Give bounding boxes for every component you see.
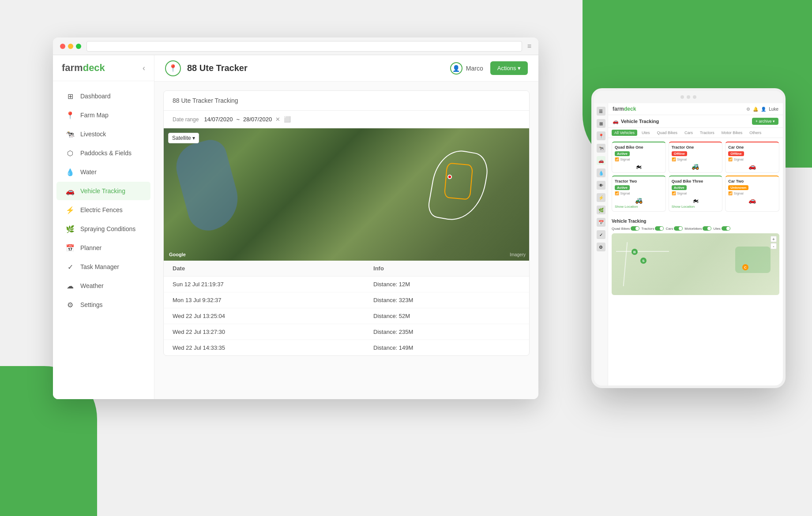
tablet-map-view[interactable]: B S C + - xyxy=(612,233,779,295)
table-row[interactable]: Wed 22 Jul 13:25:04Distance: 52M xyxy=(164,308,529,324)
sidebar-item-label: Water xyxy=(80,168,97,176)
sidebar-item-livestock[interactable]: 🐄 Livestock xyxy=(56,125,150,143)
tablet-vehicle-icon[interactable]: 🚗 xyxy=(597,156,605,165)
tablet-toggle-quad-bikes[interactable]: Quad Bikes xyxy=(612,226,639,231)
browser-window: ≡ farmdeck ‹ ⊞ Dashboard 📍 Farm Map xyxy=(53,37,538,399)
date-value[interactable]: 14/07/2020 ~ 28/07/2020 ✕ ⬜ xyxy=(204,116,291,123)
tablet-logo-deck: deck xyxy=(624,106,636,112)
tablet-actions-button[interactable]: + archive ▾ xyxy=(752,118,778,125)
tablet-toggle-utes[interactable]: Utes xyxy=(713,226,730,231)
tablet-toggle-tractors[interactable]: Tractors xyxy=(641,226,664,231)
tablet-eye-icon[interactable]: 👁 xyxy=(597,181,605,190)
map-google-label: Google xyxy=(169,252,186,257)
tablet-dot-3 xyxy=(693,95,696,99)
farm-map-icon: 📍 xyxy=(65,110,75,120)
vehicle-name: Quad Bike One xyxy=(615,145,663,150)
vehicle-signal: 📶 Signal xyxy=(672,157,720,161)
table-row[interactable]: Sun 12 Jul 21:19:37Distance: 12M xyxy=(164,277,529,292)
sidebar-item-vehicle-tracking[interactable]: 🚗 Vehicle Tracking xyxy=(56,182,150,200)
sidebar-item-settings[interactable]: ⚙ Settings xyxy=(56,295,150,314)
tablet-map-zoom-controls: + - xyxy=(771,236,777,249)
table-row[interactable]: Wed 22 Jul 14:33:35Distance: 149M xyxy=(164,340,529,356)
filter-tab-quad-bikes[interactable]: Quad Bikes xyxy=(654,130,680,136)
vehicle-signal: 📶 Signal xyxy=(672,191,720,195)
filter-tab-utes[interactable]: Utes xyxy=(639,130,653,136)
tablet-zoom-out-button[interactable]: - xyxy=(771,243,777,249)
table-row[interactable]: Mon 13 Jul 9:32:37Distance: 323M xyxy=(164,292,529,308)
sidebar-item-electric-fences[interactable]: ⚡ Electric Fences xyxy=(56,201,150,219)
browser-dot-red[interactable] xyxy=(60,44,65,49)
show-location-link[interactable]: Show Location xyxy=(672,205,720,209)
table-cell-info: Distance: 235M xyxy=(365,324,529,340)
tablet-settings-gear-icon[interactable]: ⚙ xyxy=(746,107,750,112)
actions-button[interactable]: Actions ▾ xyxy=(490,61,528,75)
tablet-sidebar: ☰ ⊞ 📍 🐄 🚗 💧 👁 ⚡ 🌿 📅 ✓ ⚙ xyxy=(594,103,608,385)
sidebar-item-task-manager[interactable]: ✓ Task Manager xyxy=(56,258,150,276)
tablet-spray-icon[interactable]: 🌿 xyxy=(597,206,605,214)
tablet-calendar-icon[interactable]: 📅 xyxy=(597,218,605,227)
toggle-switch-tractors[interactable] xyxy=(655,226,664,231)
toggle-switch-utes[interactable] xyxy=(722,226,730,231)
filter-tab-others[interactable]: Others xyxy=(747,130,764,136)
sidebar-item-dashboard[interactable]: ⊞ Dashboard xyxy=(56,87,150,105)
tablet-map-marker-2: S xyxy=(640,258,647,264)
toggle-switch-cars[interactable] xyxy=(674,226,683,231)
vehicle-card-tractor-two[interactable]: Tractor Two Active 📶 Signal 🚜 Show Locat… xyxy=(612,176,666,212)
vehicle-card-car-two[interactable]: Car Two Unknown 📶 Signal 🚗 xyxy=(725,176,779,212)
vehicle-card-tractor-one[interactable]: Tractor One Offline 📶 Signal 🚜 xyxy=(669,142,723,173)
filter-tab-tractors[interactable]: Tractors xyxy=(697,130,717,136)
tablet-zoom-in-button[interactable]: + xyxy=(771,236,777,242)
browser-url-bar[interactable] xyxy=(86,41,522,52)
map-type-selector[interactable]: Satellite ▾ xyxy=(168,133,199,143)
filter-tab-cars[interactable]: Cars xyxy=(682,130,695,136)
tablet-notifications-icon[interactable]: 🔔 xyxy=(753,107,758,112)
weather-icon: ☁ xyxy=(65,281,75,291)
tablet-map-marker-3: C xyxy=(742,264,748,270)
tablet-livestock-icon[interactable]: 🐄 xyxy=(597,144,605,153)
tablet-dashboard-icon[interactable]: ⊞ xyxy=(597,119,605,128)
tablet-task-icon[interactable]: ✓ xyxy=(597,230,605,239)
toggle-switch-motorbikes[interactable] xyxy=(703,226,711,231)
filter-tab-motor-bikes[interactable]: Motor Bikes xyxy=(719,130,745,136)
toggle-switch-quad-bikes[interactable] xyxy=(631,226,639,231)
tablet-farm-map-icon[interactable]: 📍 xyxy=(597,131,605,140)
table-cell-date: Wed 22 Jul 13:25:04 xyxy=(164,308,365,324)
tablet-page-title: 🚗 Vehicle Tracking xyxy=(613,119,659,124)
sidebar-item-spraying-conditions[interactable]: 🌿 Spraying Conditions xyxy=(56,220,150,238)
sidebar-item-weather[interactable]: ☁ Weather xyxy=(56,277,150,295)
filter-tab-all[interactable]: All Vehicles xyxy=(612,130,637,136)
map-area[interactable]: Satellite ▾ Google Imagery xyxy=(164,128,529,261)
show-location-link[interactable]: Show Location xyxy=(615,205,663,209)
sidebar-item-planner[interactable]: 📅 Planner xyxy=(56,239,150,257)
browser-dot-green[interactable] xyxy=(76,44,81,49)
sidebar-item-label: Planner xyxy=(80,244,102,251)
vehicle-card-quad-bike-one[interactable]: Quad Bike One Active 📶 Signal 🏍 xyxy=(612,142,666,173)
table-cell-date: Wed 22 Jul 13:27:30 xyxy=(164,324,365,340)
sidebar-item-farm-map[interactable]: 📍 Farm Map xyxy=(56,106,150,124)
vehicle-icon: 🚜 xyxy=(672,163,720,170)
date-calendar-button[interactable]: ⬜ xyxy=(284,116,291,123)
vehicle-icon: 🚜 xyxy=(615,197,663,204)
tablet-water-icon[interactable]: 💧 xyxy=(597,168,605,177)
tablet-overlay: ☰ ⊞ 📍 🐄 🚗 💧 👁 ⚡ 🌿 📅 ✓ ⚙ farmdeck ⚙ 🔔 xyxy=(591,88,786,388)
vehicle-card-car-one[interactable]: Car One Offline 📶 Signal 🚗 xyxy=(725,142,779,173)
tablet-toggle-cars[interactable]: Cars xyxy=(665,226,683,231)
table-row[interactable]: Wed 22 Jul 13:27:30Distance: 235M xyxy=(164,324,529,340)
sidebar-collapse-button[interactable]: ‹ xyxy=(143,64,145,73)
tablet-hamburger-icon[interactable]: ☰ xyxy=(597,107,605,116)
water-icon: 💧 xyxy=(65,167,75,177)
tablet-header: farmdeck ⚙ 🔔 👤 Luke xyxy=(608,103,783,115)
browser-dot-yellow[interactable] xyxy=(68,44,73,49)
sidebar-item-water[interactable]: 💧 Water xyxy=(56,163,150,181)
table-cell-info: Distance: 52M xyxy=(365,308,529,324)
browser-menu-icon[interactable]: ≡ xyxy=(527,42,531,50)
tablet-toggle-motorbikes[interactable]: Motorbikes xyxy=(684,226,711,231)
vehicle-status-badge: Offline xyxy=(672,151,687,156)
tablet-map-road-1 xyxy=(623,242,628,286)
tablet-fence-icon[interactable]: ⚡ xyxy=(597,193,605,202)
vehicle-card-quad-bike-three[interactable]: Quad Bike Three Active 📶 Signal 🏍 Show L… xyxy=(669,176,723,212)
date-clear-button[interactable]: ✕ xyxy=(275,116,280,123)
sidebar-item-paddocks[interactable]: ⬡ Paddocks & Fields xyxy=(56,144,150,162)
tablet-settings-icon-tab[interactable]: ⚙ xyxy=(597,243,605,251)
sidebar-item-label: Paddocks & Fields xyxy=(80,150,132,157)
